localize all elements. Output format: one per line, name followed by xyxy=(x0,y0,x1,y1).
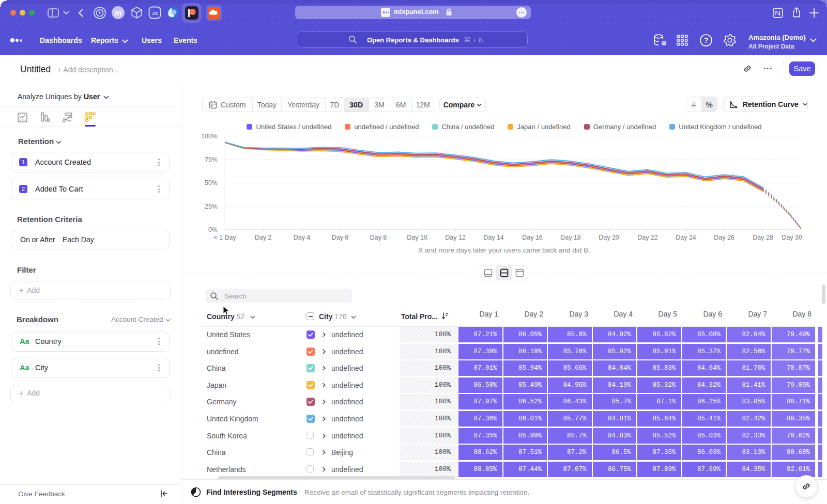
svg-text:< 1 Day: < 1 Day xyxy=(213,234,236,241)
svg-text:Day 12: Day 12 xyxy=(445,234,466,241)
svg-text:50%: 50% xyxy=(205,179,218,186)
svg-text:Day 24: Day 24 xyxy=(676,234,696,241)
svg-text:Day 18: Day 18 xyxy=(560,234,581,241)
svg-text:Day 14: Day 14 xyxy=(483,234,504,241)
svg-text:100%: 100% xyxy=(201,133,218,140)
svg-text:25%: 25% xyxy=(205,203,218,210)
svg-text:JS: JS xyxy=(152,10,158,16)
svg-text:Day 20: Day 20 xyxy=(599,234,619,241)
svg-text:Day 28: Day 28 xyxy=(753,234,773,241)
svg-text:Day 8: Day 8 xyxy=(370,234,387,241)
svg-text:0%: 0% xyxy=(208,226,218,233)
svg-text:Day 16: Day 16 xyxy=(522,234,543,241)
svg-text:75%: 75% xyxy=(205,156,218,163)
svg-text:Day 30: Day 30 xyxy=(782,234,802,241)
svg-text:Day 4: Day 4 xyxy=(294,234,311,241)
svg-text:Day 6: Day 6 xyxy=(332,234,349,241)
svg-text:Day 10: Day 10 xyxy=(407,234,427,241)
svg-text:Day 2: Day 2 xyxy=(255,234,272,241)
svg-text:Day 26: Day 26 xyxy=(714,234,734,241)
svg-text:?: ? xyxy=(704,36,709,44)
svg-text:Day 22: Day 22 xyxy=(637,234,658,241)
